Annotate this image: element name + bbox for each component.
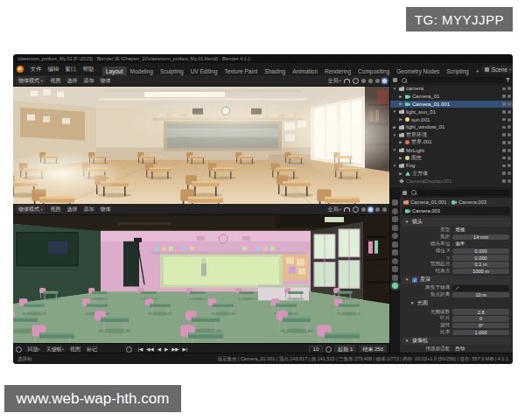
snap-magnet-icon[interactable] — [344, 79, 350, 83]
outliner-row-CameraDisplay.001[interactable]: CameraDisplay.001 — [390, 178, 513, 186]
blender-logo-icon[interactable] — [17, 66, 24, 73]
expand-arrow-icon[interactable]: ▶ — [398, 102, 403, 106]
breadcrumb-object[interactable]: Camera_01.001 — [410, 200, 447, 205]
expand-arrow-icon[interactable]: ▼ — [392, 148, 397, 152]
property-value-比率[interactable]: 1.000 — [452, 330, 509, 335]
outliner-row-立方体[interactable]: ▶立方体 — [390, 170, 513, 178]
viewport-visibility-icon[interactable] — [508, 102, 511, 106]
property-value-传感器适配[interactable]: 自动 — [452, 346, 509, 352]
expand-arrow-icon[interactable]: ▶ — [398, 172, 403, 176]
property-value-移位 X[interactable]: 0.000 — [452, 248, 509, 254]
workspace-tab-UV Editing[interactable]: UV Editing — [187, 66, 221, 75]
outliner-editor-icon[interactable] — [393, 78, 397, 82]
snap-magnet-icon[interactable] — [344, 207, 350, 212]
workspace-tab-Sculpting[interactable]: Sculpting — [157, 66, 187, 75]
expand-arrow-icon[interactable]: ▶ — [398, 140, 403, 144]
properties-search-input[interactable] — [409, 190, 510, 196]
datablock-name-field[interactable]: Camera.003 — [402, 206, 510, 215]
expand-arrow-icon[interactable]: ▼ — [392, 87, 397, 91]
solid-scene-canvas[interactable] — [13, 215, 389, 343]
property-value-焦距[interactable]: 14 mm — [452, 234, 509, 240]
outliner-row-Fog[interactable]: ▼Fog — [390, 162, 513, 170]
properties-tab-object-data-icon[interactable] — [392, 283, 398, 289]
outliner-row-light_sun_01[interactable]: ▼light_sun_01 — [390, 108, 513, 116]
menu-窗口[interactable]: 窗口 — [62, 63, 80, 75]
outliner-row-面光[interactable]: ▶面光 — [390, 154, 513, 162]
workspace-tab-Rendering[interactable]: Rendering — [321, 66, 354, 75]
viewport-menu-视图[interactable]: 视图 — [47, 75, 64, 87]
mode-dropdown[interactable]: 物体模式 ▾ — [16, 76, 46, 85]
viewport-menu-视图[interactable]: 视图 — [47, 204, 64, 215]
proportional-edit-icon[interactable] — [353, 206, 359, 213]
properties-tab-scene-icon[interactable] — [392, 233, 398, 239]
viewport-solid[interactable]: 物体模式 ▾ 视图选择添加物体 全局▾ — [13, 204, 389, 343]
workspace-tab-Compositing[interactable]: Compositing — [354, 66, 393, 75]
viewport-visibility-icon[interactable] — [508, 118, 511, 122]
workspace-tab-Geometry Nodes[interactable]: Geometry Nodes — [393, 66, 443, 75]
outliner-row-Camera_01.001[interactable]: ▶Camera_01.001 — [390, 101, 513, 108]
eyedropper-icon[interactable] — [455, 286, 459, 290]
shading-solid-icon[interactable] — [368, 207, 373, 212]
properties-tab-render-icon[interactable] — [392, 208, 398, 214]
panel-header-镜头[interactable]: ▼镜头 — [402, 218, 511, 227]
shading-solid-icon[interactable] — [368, 79, 373, 83]
render-visibility-icon[interactable] — [502, 149, 506, 152]
viewport-visibility-icon[interactable] — [508, 157, 511, 160]
render-visibility-icon[interactable] — [502, 179, 506, 183]
property-value-范围起点[interactable]: 0.1 m — [452, 262, 509, 267]
viewport-visibility-icon[interactable] — [508, 125, 511, 129]
depth-of-field-checkbox[interactable]: ✓ — [412, 277, 417, 283]
rendered-scene-canvas[interactable] — [13, 87, 389, 204]
render-visibility-icon[interactable] — [502, 157, 506, 160]
menu-文件[interactable]: 文件 — [27, 63, 45, 75]
property-value-镜头单位[interactable]: 毫米 — [452, 242, 509, 247]
expand-arrow-icon[interactable]: ▶ — [398, 117, 403, 122]
outliner-row-MzLight[interactable]: ▼MzLight — [390, 146, 513, 154]
property-value-焦点距离[interactable]: 10 m — [452, 292, 509, 298]
properties-tab-constraints-icon[interactable] — [392, 275, 398, 281]
render-visibility-icon[interactable] — [502, 164, 506, 168]
viewport-visibility-icon[interactable] — [508, 141, 511, 144]
properties-editor-icon[interactable] — [402, 191, 407, 195]
expand-arrow-icon[interactable]: ▼ — [392, 109, 397, 114]
viewport-menu-物体[interactable]: 物体 — [97, 204, 114, 215]
render-visibility-icon[interactable] — [502, 133, 506, 136]
property-value-叶片[interactable]: 0 — [452, 316, 509, 321]
workspace-tab-Modeling[interactable]: Modeling — [127, 66, 157, 75]
viewport-menu-添加[interactable]: 添加 — [80, 75, 97, 87]
workspace-tab-Texture Paint[interactable]: Texture Paint — [220, 66, 261, 75]
orientation-dropdown[interactable]: 全局▾ — [328, 77, 341, 85]
workspace-tab-Layout[interactable]: Layout — [102, 66, 127, 75]
expand-arrow-icon[interactable]: ▶ — [398, 156, 403, 160]
viewport-menu-添加[interactable]: 添加 — [80, 204, 97, 215]
shading-wireframe-icon[interactable] — [361, 207, 366, 212]
shading-rendered-icon[interactable] — [382, 79, 387, 83]
breadcrumb-data[interactable]: Camera.003 — [458, 200, 486, 205]
outliner-row-sun.001[interactable]: ▶sun.001 — [390, 116, 513, 123]
viewport-visibility-icon[interactable] — [508, 87, 511, 90]
scene-selector[interactable]: Scene ▾ — [482, 66, 513, 74]
menu-编辑[interactable]: 编辑 — [45, 63, 62, 75]
render-visibility-icon[interactable] — [502, 172, 506, 175]
property-value-Y[interactable]: 0.000 — [452, 255, 509, 260]
proportional-edit-icon[interactable] — [353, 78, 359, 84]
viewport-visibility-icon[interactable] — [508, 110, 511, 114]
expand-arrow-icon[interactable]: ▼ — [392, 133, 397, 137]
render-visibility-icon[interactable] — [502, 141, 506, 144]
properties-tab-modifiers-icon[interactable] — [392, 258, 398, 264]
panel-header-摄像机[interactable]: ▼摄像机 — [402, 337, 511, 346]
properties-tab-world-icon[interactable] — [392, 242, 398, 248]
viewport-menu-选择[interactable]: 选择 — [64, 204, 80, 215]
menu-帮助[interactable]: 帮助 — [80, 63, 97, 75]
properties-tab-physics-icon[interactable] — [392, 266, 398, 272]
viewport-visibility-icon[interactable] — [508, 164, 511, 167]
viewport-visibility-icon[interactable] — [508, 94, 511, 98]
viewport-visibility-icon[interactable] — [508, 133, 511, 136]
workspace-tab-Shading[interactable]: Shading — [261, 66, 289, 75]
viewport-visibility-icon[interactable] — [508, 179, 511, 183]
outliner-row-世界环境[interactable]: ▼世界环境 — [390, 131, 513, 139]
properties-tab-view-layer-icon[interactable] — [392, 225, 398, 231]
viewport-menu-物体[interactable]: 物体 — [97, 75, 114, 87]
auto-keying-icon[interactable] — [126, 346, 132, 353]
outliner-row-camera[interactable]: ▼camera — [390, 85, 513, 93]
